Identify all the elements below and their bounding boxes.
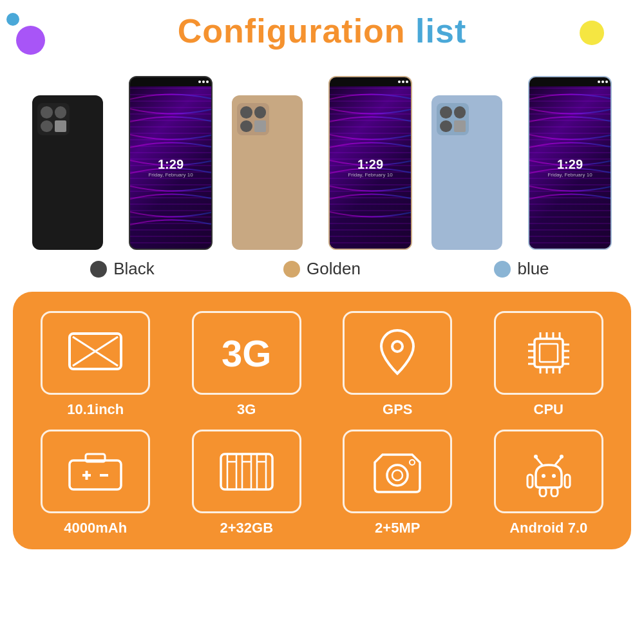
svg-rect-4	[535, 339, 563, 367]
storage-icon	[218, 448, 276, 496]
color-label-blue: blue	[494, 259, 549, 279]
gps-icon	[378, 327, 417, 379]
color-dot-golden	[283, 261, 300, 278]
variant-black: 1:29 Friday, February 10 Black	[26, 63, 219, 279]
camera-icon	[368, 448, 426, 495]
svg-point-35	[392, 470, 402, 480]
android-icon	[523, 446, 574, 497]
phone-front-golden: 1:29 Friday, February 10	[328, 76, 412, 250]
color-label-black: Black	[90, 259, 155, 279]
3g-icon-box: 3G	[192, 311, 301, 395]
svg-rect-30	[257, 454, 266, 489]
color-dot-blue	[494, 261, 511, 278]
phone-front-blue: 1:29 Friday, February 10	[528, 76, 612, 250]
variant-blue: 1:29 Friday, February 10 blue	[425, 63, 618, 279]
screen-icon-box	[41, 311, 150, 395]
variants-section: 1:29 Friday, February 10 Black	[0, 63, 644, 279]
svg-rect-5	[540, 344, 558, 362]
svg-rect-22	[70, 460, 121, 489]
spec-battery: 4000mAh	[26, 430, 166, 536]
svg-rect-46	[551, 488, 558, 497]
camera-module-black	[37, 103, 70, 135]
camera-icon-box	[343, 430, 452, 513]
svg-rect-44	[565, 475, 570, 488]
svg-rect-43	[527, 475, 533, 488]
svg-point-38	[552, 474, 556, 478]
phone-back-blue	[431, 95, 502, 250]
phone-back-golden	[232, 95, 303, 250]
svg-line-39	[536, 457, 542, 465]
deco-circle-purple	[16, 26, 45, 55]
spec-storage: 2+32GB	[177, 430, 317, 536]
svg-point-42	[560, 455, 564, 459]
camera-module-blue	[437, 103, 469, 135]
variant-golden: 1:29 Friday, February 10 Golden	[225, 63, 419, 279]
svg-point-41	[534, 455, 538, 459]
color-dot-black	[90, 261, 107, 278]
color-label-golden: Golden	[283, 259, 361, 279]
svg-rect-45	[540, 488, 546, 497]
battery-icon-box	[41, 430, 150, 513]
spec-3g: 3G 3G	[177, 311, 317, 418]
camera-module-golden	[237, 103, 269, 135]
cpu-icon	[523, 327, 574, 379]
page-header: Configuration list	[0, 0, 644, 57]
screen-icon	[66, 330, 124, 375]
svg-point-34	[387, 465, 408, 486]
svg-rect-29	[242, 454, 251, 489]
svg-point-3	[392, 341, 402, 352]
svg-point-36	[410, 460, 415, 465]
variant-blue-phones: 1:29 Friday, February 10	[425, 63, 618, 250]
spec-cpu: CPU	[479, 311, 619, 418]
svg-line-40	[555, 457, 562, 465]
3g-text: 3G	[222, 332, 271, 375]
spec-camera: 2+5MP	[328, 430, 468, 536]
spec-screen: 10.1inch	[26, 311, 166, 418]
cpu-icon-box	[494, 311, 603, 395]
svg-rect-28	[227, 454, 236, 489]
page-title: Configuration list	[0, 12, 644, 50]
deco-circle-blue-small	[6, 13, 19, 26]
spec-android: Android 7.0	[479, 430, 619, 536]
android-icon-box	[494, 430, 603, 513]
variant-golden-phones: 1:29 Friday, February 10	[225, 63, 419, 250]
phone-back-black	[32, 95, 103, 250]
svg-rect-27	[221, 454, 272, 489]
specs-section: 10.1inch 3G 3G GPS	[13, 292, 631, 549]
battery-icon	[66, 448, 124, 496]
specs-grid: 10.1inch 3G 3G GPS	[26, 311, 618, 536]
storage-icon-box	[192, 430, 301, 513]
spec-gps: GPS	[328, 311, 468, 418]
variant-black-phones: 1:29 Friday, February 10	[26, 63, 219, 250]
gps-icon-box	[343, 311, 452, 395]
svg-point-37	[542, 474, 545, 478]
deco-circle-yellow	[580, 21, 604, 45]
phone-front-black: 1:29 Friday, February 10	[129, 76, 213, 250]
